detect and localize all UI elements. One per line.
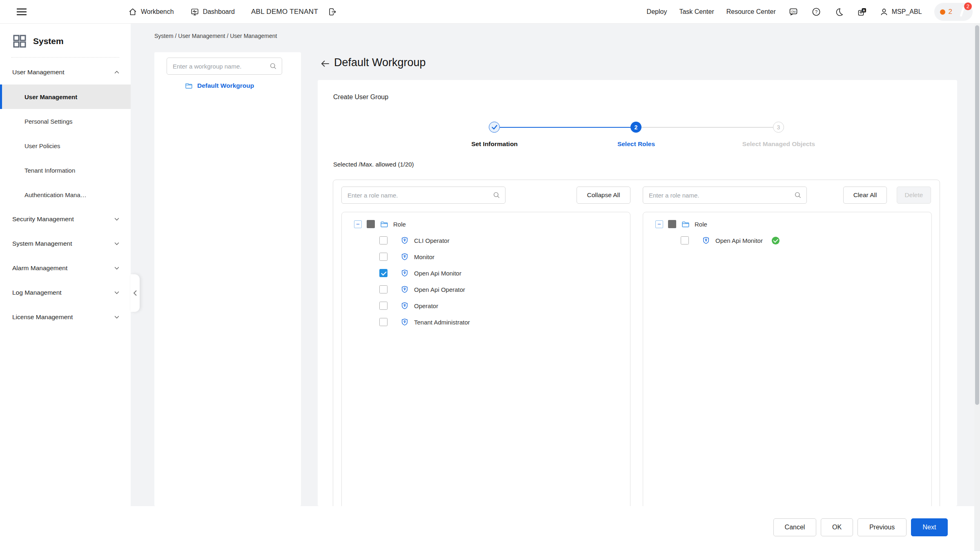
role-root-row[interactable]: − Role <box>342 216 630 232</box>
brand-logo[interactable]: 2 <box>956 5 969 18</box>
step-3-label: Select Managed Objects <box>713 140 844 148</box>
nav-dashboard[interactable]: Dashboard <box>190 7 235 16</box>
nav-task-center[interactable]: Task Center <box>679 8 714 16</box>
back-arrow-icon[interactable] <box>319 58 331 69</box>
nav-workbench[interactable]: Workbench <box>128 7 174 16</box>
sidebar-group-log-management[interactable]: Log Management <box>0 280 131 305</box>
selection-count-info: Selected /Max. allowed (1/20) <box>333 161 414 168</box>
sidebar-item-user-policies[interactable]: User Policies <box>0 133 131 158</box>
search-icon[interactable] <box>493 191 500 199</box>
role-row-open-api-operator[interactable]: Open Api Operator <box>342 281 630 298</box>
step-connector-pending <box>641 127 773 128</box>
checkbox[interactable] <box>379 302 388 310</box>
svg-text:A: A <box>863 9 865 12</box>
indeterminate-checkbox[interactable] <box>367 220 375 228</box>
role-shield-icon <box>401 236 409 244</box>
search-icon[interactable] <box>270 62 277 70</box>
notification-count: 2 <box>949 8 952 16</box>
previous-button[interactable]: Previous <box>858 518 906 536</box>
page-title: Default Workgroup <box>334 56 426 69</box>
dark-mode-moon-icon[interactable] <box>834 7 844 17</box>
sidebar-group-label: License Management <box>12 313 73 321</box>
user-icon <box>880 7 889 16</box>
workgroup-tree-item[interactable]: Default Workgroup <box>185 82 254 90</box>
user-menu[interactable]: MSP_ABL <box>880 7 922 16</box>
nav-resource-center[interactable]: Resource Center <box>726 8 776 16</box>
sidebar-group-system-management[interactable]: System Management <box>0 231 131 256</box>
delete-button-disabled[interactable]: Delete <box>897 187 931 204</box>
workgroup-search-input[interactable] <box>167 63 270 70</box>
role-label: Open Api Operator <box>414 286 465 293</box>
help-icon[interactable]: ? <box>811 7 822 17</box>
checkbox[interactable] <box>379 318 388 326</box>
username: MSP_ABL <box>892 8 922 16</box>
role-label: Open Api Monitor <box>414 270 461 277</box>
old-version-icon[interactable]: Old <box>788 7 799 17</box>
checkbox[interactable] <box>379 253 388 261</box>
switch-tenant-icon[interactable] <box>327 7 338 17</box>
language-translate-icon[interactable]: A <box>857 7 867 17</box>
next-button[interactable]: Next <box>911 518 948 536</box>
scrollbar-thumb[interactable] <box>975 25 979 405</box>
selected-role-row-open-api-monitor[interactable]: Open Api Monitor <box>643 232 931 249</box>
left-role-search-input[interactable] <box>342 192 493 199</box>
step-2-label: Select Roles <box>571 140 702 148</box>
right-role-search-input[interactable] <box>643 192 794 199</box>
role-shield-icon <box>401 269 409 277</box>
role-shield-icon <box>401 318 409 326</box>
sidebar-group-user-management[interactable]: User Management <box>0 60 131 84</box>
svg-text:?: ? <box>815 9 817 14</box>
collapse-all-button[interactable]: Collapse All <box>577 187 630 204</box>
left-role-search[interactable] <box>341 187 506 204</box>
hamburger-menu-icon[interactable] <box>16 7 27 17</box>
role-root-row[interactable]: − Role <box>643 216 931 232</box>
nav-workbench-label: Workbench <box>141 8 174 16</box>
system-grid-icon <box>12 34 27 49</box>
card-title: Create User Group <box>333 93 388 101</box>
checkbox[interactable] <box>379 285 388 293</box>
chevron-down-icon <box>114 265 120 271</box>
clear-all-button[interactable]: Clear All <box>843 187 887 204</box>
page-scrollbar[interactable] <box>974 24 980 551</box>
role-row-open-api-monitor[interactable]: Open Api Monitor <box>342 265 630 281</box>
available-roles-panel: − Role CLI Operator <box>341 212 630 506</box>
role-row-operator[interactable]: Operator <box>342 298 630 314</box>
sidebar-item-user-management[interactable]: User Management <box>0 84 131 109</box>
dashboard-icon <box>190 7 199 16</box>
notification-dot-icon <box>940 9 945 15</box>
sidebar-group-label: System Management <box>12 240 72 247</box>
checkbox-checked[interactable] <box>379 269 388 277</box>
role-shield-icon <box>401 285 409 293</box>
indeterminate-checkbox[interactable] <box>668 220 676 228</box>
nav-deploy[interactable]: Deploy <box>647 8 667 16</box>
ok-button[interactable]: OK <box>821 518 853 536</box>
workgroup-panel: Default Workgroup <box>154 52 301 506</box>
role-row-monitor[interactable]: Monitor <box>342 249 630 265</box>
right-role-search[interactable] <box>643 187 807 204</box>
sidebar: System User Management User Management P… <box>0 24 131 551</box>
nav-dashboard-label: Dashboard <box>203 8 235 16</box>
sidebar-group-label: Security Management <box>12 216 74 223</box>
sidebar-item-personal-settings[interactable]: Personal Settings <box>0 109 131 133</box>
checkbox[interactable] <box>681 236 689 244</box>
sidebar-title: System <box>33 36 64 46</box>
cancel-button[interactable]: Cancel <box>773 518 816 536</box>
collapse-toggle-icon[interactable]: − <box>354 220 362 228</box>
top-navbar: Workbench Dashboard ABL DEMO TENANT Depl… <box>0 0 980 24</box>
tenant-name: ABL DEMO TENANT <box>251 8 318 16</box>
search-icon[interactable] <box>794 191 802 199</box>
notification-pill[interactable]: 2 2 <box>934 3 973 21</box>
nav-resource-center-label: Resource Center <box>726 8 776 16</box>
sidebar-group-license-management[interactable]: License Management <box>0 305 131 329</box>
sidebar-item-tenant-information[interactable]: Tenant Information <box>0 158 131 182</box>
checkbox[interactable] <box>379 236 388 244</box>
collapse-toggle-icon[interactable]: − <box>655 220 663 228</box>
workgroup-search[interactable] <box>167 58 282 75</box>
sidebar-group-security-management[interactable]: Security Management <box>0 207 131 231</box>
role-row-tenant-administrator[interactable]: Tenant Administrator <box>342 314 630 330</box>
sidebar-collapse-handle[interactable] <box>131 274 140 312</box>
step-1-label: Set Information <box>429 140 560 148</box>
sidebar-item-authentication-management[interactable]: Authentication Mana… <box>0 182 131 207</box>
sidebar-group-alarm-management[interactable]: Alarm Management <box>0 256 131 280</box>
role-row-cli-operator[interactable]: CLI Operator <box>342 232 630 249</box>
